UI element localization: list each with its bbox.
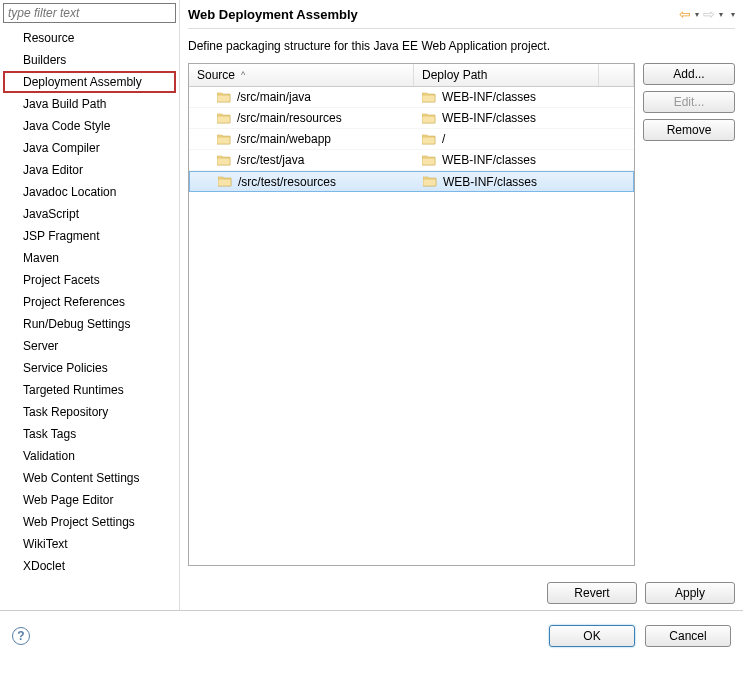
tree-item[interactable]: Web Page Editor: [3, 489, 176, 511]
tree-item[interactable]: Builders: [3, 49, 176, 71]
tree-item[interactable]: Resource: [3, 27, 176, 49]
cell-source: /src/test/resources: [190, 173, 415, 191]
column-source[interactable]: Source ^: [189, 64, 414, 86]
tree-item[interactable]: Javadoc Location: [3, 181, 176, 203]
column-deploy-label: Deploy Path: [422, 68, 487, 82]
table-row[interactable]: /src/main/resourcesWEB-INF/classes: [189, 108, 634, 129]
cell-source: /src/main/resources: [189, 109, 414, 127]
tree-item[interactable]: Service Policies: [3, 357, 176, 379]
tree-item[interactable]: XDoclet: [3, 555, 176, 577]
cell-source: /src/main/webapp: [189, 130, 414, 148]
tree-item[interactable]: Java Editor: [3, 159, 176, 181]
cell-source: /src/test/java: [189, 151, 414, 169]
folder-icon: [217, 113, 231, 124]
folder-icon: [422, 134, 436, 145]
tree-item[interactable]: Validation: [3, 445, 176, 467]
cell-deploy: WEB-INF/classes: [415, 173, 600, 191]
forward-menu-icon[interactable]: ▾: [719, 10, 723, 19]
tree-item[interactable]: Web Content Settings: [3, 467, 176, 489]
table-body: /src/main/javaWEB-INF/classes/src/main/r…: [189, 87, 634, 192]
tree-item[interactable]: Java Code Style: [3, 115, 176, 137]
back-icon[interactable]: ⇦: [679, 6, 691, 22]
table-row[interactable]: /src/main/webapp/: [189, 129, 634, 150]
column-source-label: Source: [197, 68, 235, 82]
page-title: Web Deployment Assembly: [188, 7, 358, 22]
back-menu-icon[interactable]: ▾: [695, 10, 699, 19]
table-row[interactable]: /src/main/javaWEB-INF/classes: [189, 87, 634, 108]
remove-button[interactable]: Remove: [643, 119, 735, 141]
column-deploy[interactable]: Deploy Path: [414, 64, 599, 86]
tree-item[interactable]: Project References: [3, 291, 176, 313]
tree-item[interactable]: Run/Debug Settings: [3, 313, 176, 335]
footer: ? OK Cancel: [0, 610, 743, 660]
tree-item[interactable]: JavaScript: [3, 203, 176, 225]
revert-button[interactable]: Revert: [547, 582, 637, 604]
forward-icon[interactable]: ⇨: [703, 6, 715, 22]
tree-item[interactable]: Server: [3, 335, 176, 357]
cell-deploy: WEB-INF/classes: [414, 109, 599, 127]
tree-item[interactable]: Task Repository: [3, 401, 176, 423]
tree-item[interactable]: Web Project Settings: [3, 511, 176, 533]
bottom-buttons: Revert Apply: [188, 574, 735, 604]
tree-item[interactable]: Maven: [3, 247, 176, 269]
folder-icon: [217, 155, 231, 166]
folder-icon: [422, 92, 436, 103]
tree-item[interactable]: Deployment Assembly: [3, 71, 176, 93]
right-panel: Web Deployment Assembly ⇦ ▾ ⇨ ▾ ▾ Define…: [180, 0, 743, 610]
sort-asc-icon: ^: [241, 70, 245, 80]
left-panel: ResourceBuildersDeployment AssemblyJava …: [0, 0, 180, 610]
folder-icon: [217, 92, 231, 103]
ok-button[interactable]: OK: [549, 625, 635, 647]
filter-input[interactable]: [3, 3, 176, 23]
nav-icons: ⇦ ▾ ⇨ ▾ ▾: [679, 6, 735, 22]
view-menu-icon[interactable]: ▾: [731, 10, 735, 19]
apply-button[interactable]: Apply: [645, 582, 735, 604]
folder-icon: [422, 113, 436, 124]
folder-icon: [218, 176, 232, 187]
cell-source: /src/main/java: [189, 88, 414, 106]
table-row[interactable]: /src/test/resourcesWEB-INF/classes: [189, 171, 634, 192]
add-button[interactable]: Add...: [643, 63, 735, 85]
cell-deploy: WEB-INF/classes: [414, 151, 599, 169]
cancel-button[interactable]: Cancel: [645, 625, 731, 647]
tree-item[interactable]: Task Tags: [3, 423, 176, 445]
folder-icon: [217, 134, 231, 145]
tree-item[interactable]: JSP Fragment: [3, 225, 176, 247]
cell-deploy: WEB-INF/classes: [414, 88, 599, 106]
tree-item[interactable]: Java Build Path: [3, 93, 176, 115]
tree-item[interactable]: WikiText: [3, 533, 176, 555]
edit-button[interactable]: Edit...: [643, 91, 735, 113]
category-tree: ResourceBuildersDeployment AssemblyJava …: [3, 27, 176, 577]
tree-item[interactable]: Project Facets: [3, 269, 176, 291]
description-text: Define packaging structure for this Java…: [188, 39, 735, 53]
table-header: Source ^ Deploy Path: [189, 64, 634, 87]
assembly-table[interactable]: Source ^ Deploy Path /src/main/javaWEB-I…: [188, 63, 635, 566]
table-row[interactable]: /src/test/javaWEB-INF/classes: [189, 150, 634, 171]
folder-icon: [422, 155, 436, 166]
column-extra[interactable]: [599, 64, 634, 86]
side-buttons: Add... Edit... Remove: [643, 63, 735, 566]
folder-icon: [423, 176, 437, 187]
help-icon[interactable]: ?: [12, 627, 30, 645]
cell-deploy: /: [414, 130, 599, 148]
tree-item[interactable]: Targeted Runtimes: [3, 379, 176, 401]
tree-item[interactable]: Java Compiler: [3, 137, 176, 159]
